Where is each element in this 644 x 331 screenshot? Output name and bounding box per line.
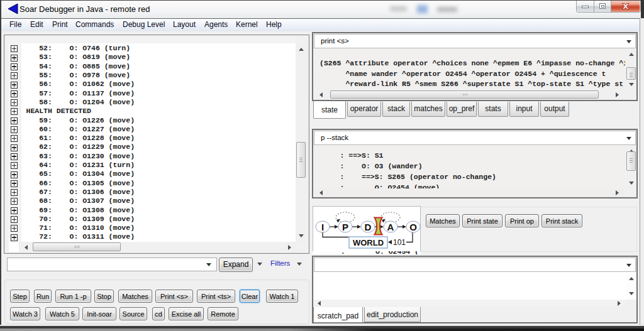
svg-text:101: 101 xyxy=(393,238,406,247)
svg-text:D: D xyxy=(365,222,372,232)
svg-text:A: A xyxy=(387,222,394,232)
svg-text:WORLD: WORLD xyxy=(353,238,384,247)
svg-text:O: O xyxy=(409,222,417,232)
svg-text:P: P xyxy=(342,222,348,232)
svg-text:I: I xyxy=(321,222,324,232)
